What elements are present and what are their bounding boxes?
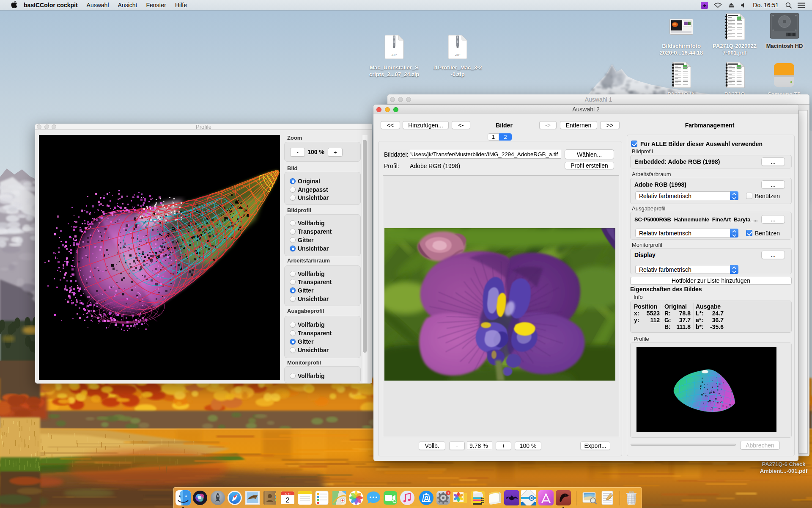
svg-text:1: 1 [447,491,450,495]
svg-text:2: 2 [285,496,289,504]
svg-text:APR: APR [285,492,291,495]
svg-text:ZIP: ZIP [392,53,397,57]
svg-text:ZIP: ZIP [455,53,460,57]
